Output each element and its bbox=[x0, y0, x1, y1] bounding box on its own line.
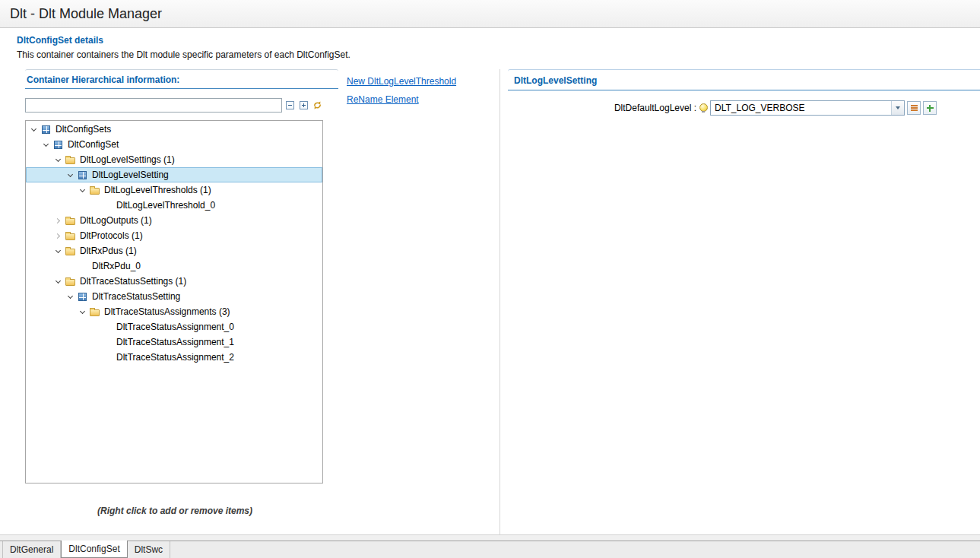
container-icon bbox=[76, 171, 88, 179]
tree-item-dltloglevelthresholds-1[interactable]: DltLogLevelThresholds (1) bbox=[26, 182, 322, 198]
container-icon bbox=[76, 293, 88, 301]
details-head: DltConfigSet details This container cont… bbox=[0, 28, 980, 69]
add-button[interactable] bbox=[923, 101, 937, 115]
tree-item-dltrxpdus-1[interactable]: DltRxPdus (1) bbox=[26, 243, 322, 258]
rename-element-link[interactable]: ReName Element bbox=[347, 94, 456, 105]
tree-item-dltconfigsets[interactable]: DltConfigSets bbox=[26, 122, 322, 137]
tree-item-label: DltTraceStatusSettings (1) bbox=[78, 276, 189, 287]
default-log-level-combo[interactable]: DLT_LOG_VERBOSE bbox=[710, 100, 905, 116]
tree-item-label: DltLogLevelSettings (1) bbox=[78, 154, 177, 165]
chevron-down-icon[interactable] bbox=[76, 309, 88, 315]
tree-item-dltprotocols-1[interactable]: DltProtocols (1) bbox=[26, 228, 322, 243]
tab-dltconfigset[interactable]: DltConfigSet bbox=[61, 541, 127, 558]
tree-item-dlttracestatusassignments-3[interactable]: DltTraceStatusAssignments (3) bbox=[26, 304, 322, 319]
tree-item-label: DltTraceStatusSetting bbox=[90, 291, 182, 302]
editor-panel: DltLogLevelSetting DltDefaultLogLevel : … bbox=[500, 69, 980, 534]
chevron-down-icon[interactable] bbox=[52, 279, 64, 284]
tree-item-label: DltLogLevelThresholds (1) bbox=[102, 185, 214, 195]
tab-dltgeneral[interactable]: DltGeneral bbox=[2, 541, 61, 558]
window-titlebar: Dlt - Dlt Module Manager bbox=[0, 0, 980, 28]
tree-item-label: DltProtocols (1) bbox=[78, 230, 145, 241]
folder-icon bbox=[64, 277, 76, 286]
tree-item-label: DltRxPdus (1) bbox=[78, 246, 139, 256]
tree-item-label: DltTraceStatusAssignment_1 bbox=[114, 337, 236, 347]
list-options-button[interactable] bbox=[907, 101, 921, 115]
tree-item-dltloglevelsettings-1[interactable]: DltLogLevelSettings (1) bbox=[26, 152, 322, 167]
new-threshold-link[interactable]: New DltLogLevelThreshold bbox=[347, 76, 456, 87]
tree-item-dlttracestatusassignment-1[interactable]: DltTraceStatusAssignment_1 bbox=[26, 334, 322, 350]
hierarchy-panel: Container Hierarchical information: bbox=[0, 69, 500, 534]
container-icon bbox=[40, 125, 52, 134]
collapse-all-icon bbox=[286, 101, 294, 109]
list-icon bbox=[911, 105, 918, 112]
tree-item-label: DltTraceStatusAssignment_2 bbox=[114, 352, 236, 363]
expand-all-icon bbox=[300, 101, 308, 109]
folder-icon bbox=[88, 185, 100, 195]
refresh-button[interactable] bbox=[312, 100, 323, 111]
chevron-down-icon[interactable] bbox=[64, 294, 76, 300]
hierarchy-header: Container Hierarchical information: bbox=[25, 69, 338, 89]
bottom-scrollbar-strip[interactable] bbox=[0, 534, 980, 541]
main-area: Container Hierarchical information: bbox=[0, 69, 980, 534]
container-icon bbox=[52, 141, 64, 149]
chevron-right-icon[interactable] bbox=[52, 219, 64, 223]
tree-item-dlttracestatusassignment-2[interactable]: DltTraceStatusAssignment_2 bbox=[26, 350, 322, 365]
hierarchy-title: Container Hierarchical information: bbox=[25, 70, 338, 89]
tree-item-label: DltLogLevelThreshold_0 bbox=[114, 200, 217, 211]
chevron-down-icon bbox=[896, 106, 900, 109]
default-log-level-row: DltDefaultLogLevel : DLT_LOG_VERBOSE bbox=[508, 100, 937, 116]
tree-item-label: DltTraceStatusAssignments (3) bbox=[102, 306, 233, 317]
tree-area: Container Hierarchical information: bbox=[25, 69, 338, 534]
combo-dropdown-button[interactable] bbox=[891, 101, 904, 115]
tree-item-label: DltConfigSet bbox=[65, 139, 121, 150]
tree-item-label: DltLogOutputs (1) bbox=[78, 215, 154, 226]
folder-icon bbox=[64, 155, 76, 164]
filter-row bbox=[25, 98, 325, 113]
tree-item-label: DltTraceStatusAssignment_0 bbox=[114, 322, 236, 332]
collapse-all-button[interactable] bbox=[284, 100, 296, 111]
tree-item-label: DltConfigSets bbox=[53, 124, 113, 135]
chevron-down-icon[interactable] bbox=[64, 173, 76, 178]
default-log-level-label: DltDefaultLogLevel : bbox=[614, 103, 696, 113]
filter-input[interactable] bbox=[25, 98, 282, 113]
tree-item-label: DltLogLevelSetting bbox=[90, 170, 171, 180]
tree-item-dltlogoutputs-1[interactable]: DltLogOutputs (1) bbox=[26, 213, 322, 228]
tree-item-dltconfigset[interactable]: DltConfigSet bbox=[26, 137, 322, 152]
add-icon bbox=[927, 105, 934, 112]
folder-icon bbox=[64, 216, 76, 225]
bottom-tabbar: DltGeneralDltConfigSetDltSwc bbox=[0, 541, 980, 558]
bulb-icon bbox=[699, 103, 706, 113]
tree-item-dltloglevelthreshold-0[interactable]: DltLogLevelThreshold_0 bbox=[26, 198, 322, 213]
editor-title: DltLogLevelSetting bbox=[508, 70, 980, 90]
tree-item-dlttracestatussetting[interactable]: DltTraceStatusSetting bbox=[26, 289, 322, 304]
editor-box: DltLogLevelSetting DltDefaultLogLevel : … bbox=[508, 69, 980, 116]
tree-hint: (Right click to add or remove items) bbox=[25, 506, 325, 516]
tree-item-dlttracestatusassignment-0[interactable]: DltTraceStatusAssignment_0 bbox=[26, 319, 322, 334]
chevron-down-icon[interactable] bbox=[76, 188, 88, 193]
combo-value: DLT_LOG_VERBOSE bbox=[711, 103, 891, 113]
folder-icon bbox=[64, 246, 76, 255]
tree: DltConfigSetsDltConfigSetDltLogLevelSett… bbox=[25, 120, 323, 483]
tab-dltswc[interactable]: DltSwc bbox=[128, 541, 170, 558]
tree-item-dltloglevelsetting[interactable]: DltLogLevelSetting bbox=[26, 167, 322, 182]
chevron-down-icon[interactable] bbox=[52, 249, 64, 254]
folder-icon bbox=[88, 307, 100, 316]
chevron-down-icon[interactable] bbox=[52, 157, 64, 163]
tree-item-dlttracestatussettings-1[interactable]: DltTraceStatusSettings (1) bbox=[26, 274, 322, 289]
refresh-icon bbox=[312, 100, 322, 110]
folder-icon bbox=[64, 231, 76, 240]
window-title: Dlt - Dlt Module Manager bbox=[10, 6, 162, 22]
expand-all-button[interactable] bbox=[298, 100, 309, 111]
details-title: DltConfigSet details bbox=[17, 35, 980, 46]
actions-area: New DltLogLevelThreshold ReName Element bbox=[347, 69, 456, 534]
chevron-right-icon[interactable] bbox=[52, 234, 64, 238]
chevron-down-icon[interactable] bbox=[27, 127, 40, 132]
details-description: This container containers the Dlt module… bbox=[17, 49, 980, 60]
chevron-down-icon[interactable] bbox=[40, 142, 52, 147]
tree-item-dltrxpdu-0[interactable]: DltRxPdu_0 bbox=[26, 258, 322, 274]
tree-item-label: DltRxPdu_0 bbox=[90, 261, 143, 271]
